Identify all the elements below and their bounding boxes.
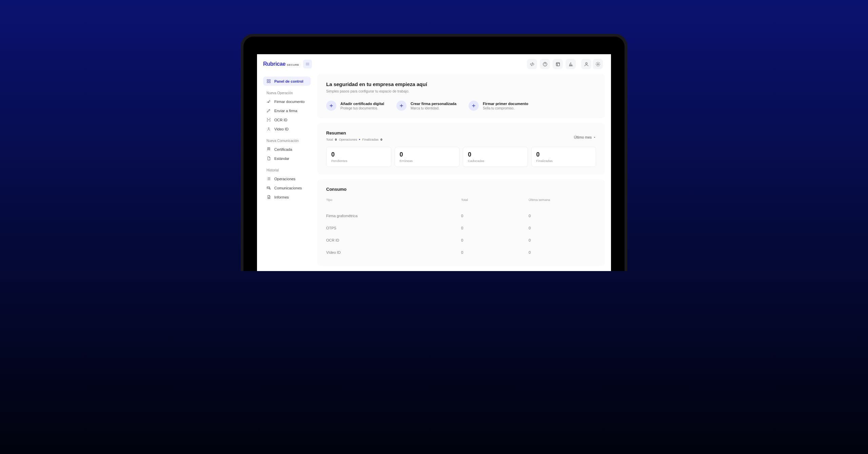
cell-type: OTPS [326,226,461,230]
stat-pending: 0 Pendientes [326,147,391,167]
svg-rect-10 [267,187,270,188]
help-button[interactable] [540,59,550,69]
mail-search-icon [267,186,271,190]
sidebar-item-certified[interactable]: Certificada [263,145,311,154]
document-icon [267,156,271,161]
cell-type: OCR ID [326,238,461,242]
sidebar-item-label: Informes [274,195,289,199]
analytics-button[interactable] [566,59,576,69]
sidebar-item-label: Estándar [274,157,289,161]
sidebar-item-operations[interactable]: Operaciones [263,174,311,183]
action-sign-first-document[interactable]: Firmar primer documento Sella tu comprom… [469,101,528,111]
summary-card: Resumen Total 0 Operaciones Finalizadas … [317,123,605,174]
period-label: Último mes [574,135,592,139]
table-row: OTPS 0 0 [326,222,596,234]
cell-week: 0 [529,226,596,230]
brand-name: Rubricae [263,61,285,67]
sidebar-section-label: Nueva Operación [263,86,311,97]
summary-meta: Total 0 Operaciones Finalizadas 0 [326,138,382,141]
svg-rect-4 [267,80,269,81]
stat-errors: 0 Erróneas [395,147,460,167]
report-icon [267,195,271,199]
cell-total: 0 [461,214,529,218]
sidebar-item-video-id[interactable]: Video ID [263,124,311,133]
sidebar-item-reports[interactable]: Informes [263,192,311,202]
chevron-down-icon [593,136,596,139]
action-subtitle: Protege tus documentos. [340,106,384,110]
topbar: Rubricae SECURE [257,54,611,74]
svg-rect-1 [556,62,559,66]
menu-icon [305,62,310,66]
summary-title: Resumen [326,130,382,136]
sidebar: Panel de control Nueva Operación Firmar … [257,74,315,271]
cell-week: 0 [529,238,596,242]
stat-label: Finalizadas [536,159,591,163]
code-icon [530,62,535,67]
sidebar-item-label: Operaciones [274,177,295,181]
col-total: Total [461,198,529,202]
sidebar-item-label: Video ID [274,127,289,131]
stat-value: 0 [536,151,591,158]
templates-button[interactable] [553,59,563,69]
action-create-signature[interactable]: Crear firma personalizada Marca tu ident… [396,101,456,111]
tablet-bezel: Rubricae SECURE [243,37,625,271]
col-type: Tipo [326,198,461,202]
sidebar-item-send-to-sign[interactable]: Enviar a firma [263,106,311,115]
stat-finished: 0 Finalizadas [531,147,596,167]
sidebar-item-label: OCR ID [274,118,288,122]
settings-button[interactable] [593,59,603,69]
svg-rect-7 [269,82,271,83]
dashboard-icon [267,79,271,83]
sidebar-item-standard[interactable]: Estándar [263,154,311,163]
action-subtitle: Sella tu compromiso. [483,106,528,110]
stat-value: 0 [400,151,455,158]
help-icon [542,62,548,67]
chart-icon [568,62,573,67]
api-button[interactable] [527,59,537,69]
cell-week: 0 [529,214,596,218]
gear-icon [595,62,600,67]
consumption-card: Consumo Tipo Total Última semana Firma g… [317,179,605,266]
sidebar-item-dashboard[interactable]: Panel de control [263,77,311,86]
cell-total: 0 [461,238,529,242]
sidebar-item-label: Certificada [274,147,292,151]
signature-icon [267,99,271,104]
pen-icon [267,108,271,113]
brand-logo: Rubricae SECURE [263,61,299,67]
svg-rect-5 [269,80,271,81]
sidebar-item-label: Comunicaciones [274,186,302,190]
stat-value: 0 [468,151,523,158]
profile-button[interactable] [581,59,591,69]
table-row: Firma grafométrica 0 0 [326,210,596,222]
stat-label: Erróneas [400,159,455,163]
action-add-certificate[interactable]: Añadir certificado digital Protege tus d… [326,101,384,111]
svg-point-2 [586,62,587,64]
consumption-table-header: Tipo Total Última semana [326,198,596,210]
summary-total-suffix: Operaciones [339,138,357,141]
app-screen: Rubricae SECURE [257,54,611,271]
certificate-icon [267,147,271,151]
action-subtitle: Marca tu identidad. [411,106,456,110]
onboarding-subtitle: Simples pasos para configurar tu espacio… [326,89,596,93]
cell-type: Firma grafométrica [326,214,461,218]
sidebar-item-communications[interactable]: Comunicaciones [263,183,311,192]
svg-point-8 [268,128,269,129]
stat-label: Caducadas [468,159,523,163]
plus-icon [469,101,479,111]
summary-total-value: 0 [335,138,337,141]
layout-icon [555,62,560,67]
scan-icon [267,118,271,122]
period-selector[interactable]: Último mes [574,135,596,139]
main-content: La seguridad en tu empresa empieza aquí … [315,74,611,271]
svg-rect-6 [267,82,269,83]
summary-finished-label: Finalizadas [362,138,378,141]
sidebar-item-ocr-id[interactable]: OCR ID [263,115,311,124]
sidebar-toggle-button[interactable] [303,60,312,68]
consumption-title: Consumo [326,187,596,192]
plus-icon [326,101,336,111]
sidebar-item-sign-document[interactable]: Firmar documento [263,97,311,106]
stat-label: Pendientes [331,159,386,163]
cell-total: 0 [461,250,529,254]
cell-total: 0 [461,226,529,230]
action-title: Añadir certificado digital [340,102,384,106]
